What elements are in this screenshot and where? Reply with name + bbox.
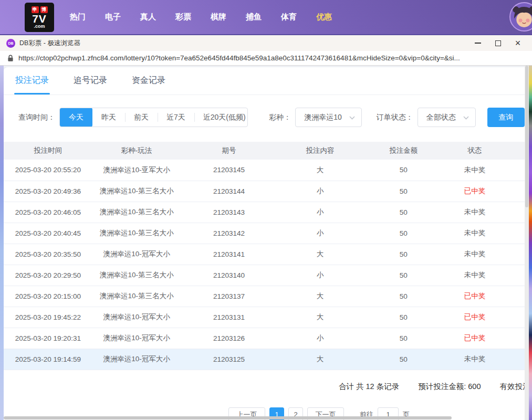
time-option-5[interactable]: 近20天(低频) (194, 108, 248, 127)
cell-issue: 21203144 (181, 181, 277, 202)
cell-lottery-play: 澳洲幸运10-第三名大小 (92, 223, 181, 244)
search-button[interactable]: 查询 (487, 108, 525, 127)
cell-bet-time: 2025-03-20 20:35:50 (4, 244, 92, 265)
cell-bet-amount: 50 (363, 286, 444, 307)
site-logo[interactable]: 申 博 7V .com (25, 3, 54, 32)
query-time-label: 查询时间： (18, 113, 55, 122)
site-topnav: 申 博 7V .com 热门电子真人彩票棋牌捕鱼体育优惠 (0, 0, 532, 34)
summary-row: 合计 共 12 条记录 预计投注金额: 600 有效投注金 (4, 382, 525, 392)
cell-issue: 21203145 (181, 160, 277, 181)
minimize-icon (475, 43, 481, 44)
time-option-3[interactable]: 前天 (125, 108, 158, 127)
cell-bet-amount: 50 (363, 265, 444, 286)
cell-bet-time: 2025-03-20 19:45:22 (4, 307, 92, 328)
nav-item-3[interactable]: 真人 (140, 12, 156, 22)
time-filter-group: 今天昨天前天近7天近20天(低频) (59, 108, 248, 127)
vertical-scrollbar[interactable] (525, 66, 529, 420)
table-row: 2025-03-20 20:40:45澳洲幸运10-第三名大小21203142小… (4, 223, 525, 244)
logo-sub-text: .com (34, 24, 45, 29)
window-title: DB彩票 - 极速浏览器 (19, 39, 80, 48)
cell-issue: 21203143 (181, 202, 277, 223)
header-bet-content: 投注内容 (277, 142, 363, 160)
header-bet-time: 投注时间 (4, 142, 92, 160)
nav-item-4[interactable]: 彩票 (175, 12, 191, 22)
nav-item-8[interactable]: 优惠 (316, 12, 332, 22)
cell-bet-amount: 50 (363, 307, 444, 328)
maximize-button[interactable] (488, 35, 508, 51)
cell-lottery-play: 澳洲幸运10-冠军大小 (92, 244, 181, 265)
cell-bet-time: 2025-03-20 20:46:05 (4, 202, 92, 223)
minimize-button[interactable] (468, 35, 488, 51)
chevron-down-icon (463, 116, 469, 120)
db-favicon: DB (6, 39, 15, 48)
left-color-strip (0, 66, 4, 420)
tab-bet-records[interactable]: 投注记录 (15, 75, 49, 94)
table-row: 2025-03-20 20:46:05澳洲幸运10-第三名大小21203143小… (4, 202, 525, 223)
cell-bet-content: 大 (277, 307, 363, 328)
cell-issue: 21203141 (181, 244, 277, 265)
lottery-label: 彩种： (269, 113, 291, 122)
tab-fund-records[interactable]: 资金记录 (132, 75, 165, 94)
horizontal-scrollbar[interactable] (4, 416, 452, 419)
cell-bet-amount: 50 (363, 349, 444, 370)
time-option-1[interactable]: 今天 (60, 108, 92, 127)
lock-icon (7, 55, 14, 62)
cell-bet-amount: 50 (363, 181, 444, 202)
time-option-4[interactable]: 近7天 (158, 108, 194, 127)
lottery-select-value: 澳洲幸运10 (304, 113, 342, 122)
cell-bet-content: 小 (277, 223, 363, 244)
user-avatar[interactable] (509, 2, 532, 32)
cell-lottery-play: 澳洲幸运10-第三名大小 (92, 202, 181, 223)
right-color-strip (529, 66, 532, 420)
cell-bet-amount: 50 (363, 328, 444, 349)
nav-item-6[interactable]: 捕鱼 (246, 12, 262, 22)
cell-status: 未中奖 (444, 223, 525, 244)
cell-issue: 21203126 (181, 328, 277, 349)
page-viewport: 投注记录 追号记录 资金记录 查询时间： 今天昨天前天近7天近20天(低频) 彩… (0, 66, 532, 420)
cell-bet-content: 小 (277, 202, 363, 223)
summary-total: 合计 共 12 条记录 (339, 382, 399, 392)
table-row: 2025-03-20 19:20:31澳洲幸运10-冠军大小21203126小5… (4, 328, 525, 349)
header-lottery-play: 彩种-玩法 (92, 142, 181, 160)
table-row: 2025-03-20 20:15:00澳洲幸运10-第三名大小21203137大… (4, 286, 525, 307)
header-bet-amount: 投注金额 (363, 142, 444, 160)
nav-item-5[interactable]: 棋牌 (211, 12, 226, 22)
cell-status: 已中奖 (444, 286, 525, 307)
url-bar[interactable]: https://ctop02pchwp1.zfnc84.com/lottery/… (0, 51, 532, 66)
records-table: 投注时间 彩种-玩法 期号 投注内容 投注金额 状态 2025-03-20 20… (4, 142, 525, 370)
cell-lottery-play: 澳洲幸运10-亚军大小 (92, 160, 181, 181)
vertical-scrollbar-thumb[interactable] (525, 66, 528, 207)
cell-bet-time: 2025-03-20 20:40:45 (4, 223, 92, 244)
cell-status: 未中奖 (444, 244, 525, 265)
table-row: 2025-03-20 20:49:36澳洲幸运10-第三名大小21203144小… (4, 181, 525, 202)
cell-bet-content: 大 (277, 286, 363, 307)
chevron-down-icon (349, 116, 355, 120)
cell-status: 未中奖 (444, 160, 525, 181)
cell-lottery-play: 澳洲幸运10-冠军大小 (92, 328, 181, 349)
nav-item-1[interactable]: 热门 (70, 12, 86, 22)
cell-bet-amount: 50 (363, 160, 444, 181)
cell-bet-time: 2025-03-20 20:15:00 (4, 286, 92, 307)
tab-chase-records[interactable]: 追号记录 (74, 75, 107, 94)
filter-row: 查询时间： 今天昨天前天近7天近20天(低频) 彩种： 澳洲幸运10 订单状态：… (18, 108, 525, 127)
cell-issue: 21203125 (181, 349, 277, 370)
cell-issue: 21203137 (181, 286, 277, 307)
cell-issue: 21203142 (181, 223, 277, 244)
close-icon: × (515, 38, 521, 48)
cell-issue: 21203140 (181, 265, 277, 286)
nav-item-7[interactable]: 体育 (281, 12, 297, 22)
close-button[interactable]: × (508, 35, 528, 51)
cell-bet-amount: 50 (363, 202, 444, 223)
header-issue: 期号 (181, 142, 277, 160)
lottery-select[interactable]: 澳洲幸运10 (295, 108, 362, 127)
order-status-select[interactable]: 全部状态 (418, 108, 476, 127)
avatar-face-icon (510, 3, 532, 30)
time-option-2[interactable]: 昨天 (92, 108, 125, 127)
cell-bet-content: 小 (277, 181, 363, 202)
nav-item-2[interactable]: 电子 (105, 12, 121, 22)
order-status-label: 订单状态： (377, 113, 413, 122)
tabs-row: 投注记录 追号记录 资金记录 (4, 67, 525, 95)
table-row: 2025-03-20 20:29:50澳洲幸运10-第三名大小21203140小… (4, 265, 525, 286)
cell-bet-content: 大 (277, 244, 363, 265)
url-text: https://ctop02pchwp1.zfnc84.com/lottery/… (18, 54, 460, 62)
